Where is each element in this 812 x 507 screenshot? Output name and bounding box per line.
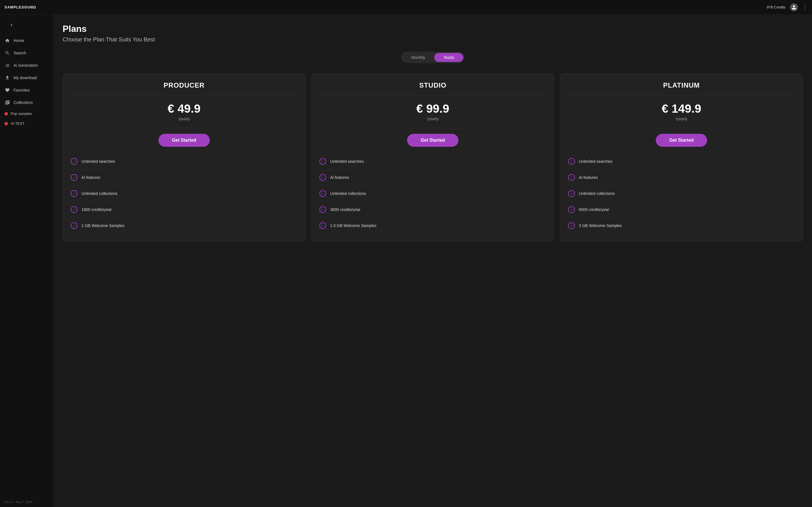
feature-label: Unlimited collections: [82, 191, 117, 196]
check-icon: ✓: [319, 174, 326, 181]
sidebar-label-search: Search: [13, 51, 26, 55]
ai-generation-icon: [4, 62, 10, 68]
page-subtitle: Choose the Plan That Suits You Best: [63, 36, 803, 43]
feature-label: Unlimited searches: [579, 159, 612, 164]
feature-label: 1 GB Welcome Samples: [82, 223, 124, 228]
feature-item: ✓ Unlimited collections: [319, 186, 546, 202]
feature-label: Unlimited collections: [330, 191, 366, 196]
app-header: SAMPLESOUND 978 Credits ⋮: [0, 0, 812, 15]
plans-grid: PRODUCER € 49.9 /yearly Get Started ✓ Un…: [63, 73, 803, 242]
feature-label: 3600 credits/year: [330, 207, 360, 212]
check-icon: ✓: [71, 174, 78, 181]
check-icon: ✓: [568, 158, 575, 165]
collections-icon: [4, 100, 10, 105]
back-button[interactable]: [4, 18, 49, 30]
search-icon: [4, 50, 10, 56]
check-icon: ✓: [568, 190, 575, 197]
main-content: Plans Choose the Plan That Suits You Bes…: [54, 0, 812, 507]
toggle-monthly[interactable]: Monthly: [402, 53, 434, 62]
header-logo: SAMPLESOUND: [4, 5, 36, 9]
feature-label: 1800 credits/year: [82, 207, 112, 212]
sidebar-label-ai: Ai Generation: [13, 63, 38, 68]
plan-divider: [319, 95, 546, 95]
download-icon: [4, 75, 10, 80]
feature-label: Ai features: [82, 175, 100, 180]
toggle-container: Monthly Yearly: [401, 52, 464, 63]
sidebar-item-favorites[interactable]: Favorites: [0, 84, 53, 96]
collection-ai-test[interactable]: AI TEST: [0, 119, 53, 128]
feature-label: 3 GB Welcome Samples: [579, 223, 622, 228]
get-started-button-studio[interactable]: Get Started: [407, 134, 458, 147]
feature-item: ✓ 1.5 GB Welcome Samples: [319, 218, 546, 233]
feature-item: ✓ Ai features: [319, 170, 546, 186]
check-icon: ✓: [319, 206, 326, 213]
feature-label: Ai features: [579, 175, 598, 180]
get-started-button-platinum[interactable]: Get Started: [656, 134, 707, 147]
check-icon: ✓: [568, 206, 575, 213]
plan-divider2: [71, 128, 297, 128]
plan-price: € 99.9: [416, 102, 449, 115]
check-icon: ✓: [71, 206, 78, 213]
check-icon: ✓: [319, 222, 326, 229]
feature-item: ✓ 3600 credits/year: [319, 202, 546, 218]
features-list: ✓ Unlimited searches ✓ Ai features ✓ Unl…: [568, 154, 795, 233]
user-avatar[interactable]: [790, 3, 798, 11]
content-inner: Plans Choose the Plan That Suits You Bes…: [54, 15, 812, 253]
check-icon: ✓: [319, 158, 326, 165]
feature-item: ✓ Ai features: [568, 170, 795, 186]
features-list: ✓ Unlimited searches ✓ Ai features ✓ Unl…: [71, 154, 297, 233]
sidebar-nav: Home Search Ai Generation My download: [0, 32, 53, 497]
check-icon: ✓: [71, 222, 78, 229]
collection-dot-pop: [4, 112, 8, 115]
sidebar-label-favorites: Favorites: [13, 88, 30, 93]
header-right: 978 Credits ⋮: [767, 3, 808, 11]
feature-label: Unlimited collections: [579, 191, 615, 196]
sidebar-item-download[interactable]: My download: [0, 71, 53, 84]
plan-card-producer: PRODUCER € 49.9 /yearly Get Started ✓ Un…: [63, 73, 306, 242]
feature-item: ✓ Ai features: [71, 170, 297, 186]
app-container: Home Search Ai Generation My download: [0, 0, 812, 507]
plan-name: PLATINUM: [663, 81, 700, 89]
feature-label: Unlimited searches: [82, 159, 115, 164]
check-icon: ✓: [319, 190, 326, 197]
feature-label: Ai features: [330, 175, 349, 180]
collection-pop-samples[interactable]: Pop samples: [0, 109, 53, 119]
plan-name: STUDIO: [419, 81, 447, 89]
sidebar: Home Search Ai Generation My download: [0, 0, 54, 507]
toggle-yearly[interactable]: Yearly: [434, 53, 463, 62]
feature-label: 6000 credits/year: [579, 207, 609, 212]
plan-divider: [568, 95, 795, 95]
plan-period: /yearly: [675, 117, 687, 121]
feature-item: ✓ Unlimited searches: [319, 154, 546, 170]
sidebar-label-home: Home: [13, 38, 24, 43]
more-menu-icon[interactable]: ⋮: [802, 4, 808, 10]
sidebar-item-ai-generation[interactable]: Ai Generation: [0, 59, 53, 71]
favorites-icon: [4, 87, 10, 93]
feature-label: Unlimited searches: [330, 159, 364, 164]
plan-price: € 149.9: [662, 102, 701, 115]
feature-item: ✓ Unlimited searches: [568, 154, 795, 170]
feature-item: ✓ Unlimited collections: [71, 186, 297, 202]
get-started-button-producer[interactable]: Get Started: [158, 134, 210, 147]
check-icon: ✓: [71, 158, 78, 165]
check-icon: ✓: [568, 174, 575, 181]
plan-card-studio: STUDIO € 99.9 /yearly Get Started ✓ Unli…: [311, 73, 554, 242]
check-icon: ✓: [71, 190, 78, 197]
feature-label: 1.5 GB Welcome Samples: [330, 223, 376, 228]
sidebar-item-home[interactable]: Home: [0, 34, 53, 47]
sidebar-item-search[interactable]: Search: [0, 47, 53, 59]
feature-item: ✓ 3 GB Welcome Samples: [568, 218, 795, 233]
plan-divider: [71, 95, 297, 95]
plan-divider2: [319, 128, 546, 128]
version-label: v1.4.2 - Aug 7, 2024: [0, 497, 53, 507]
collection-label-ai: AI TEST: [11, 121, 24, 126]
sidebar-label-download: My download: [13, 75, 37, 80]
plan-price: € 49.9: [168, 102, 201, 115]
feature-item: ✓ 6000 credits/year: [568, 202, 795, 218]
sidebar-item-collections[interactable]: Collections: [0, 96, 53, 109]
features-list: ✓ Unlimited searches ✓ Ai features ✓ Unl…: [319, 154, 546, 233]
check-icon: ✓: [568, 222, 575, 229]
collection-dot-ai: [4, 122, 8, 125]
page-title: Plans: [63, 24, 803, 34]
credits-badge: 978 Credits: [767, 5, 785, 9]
